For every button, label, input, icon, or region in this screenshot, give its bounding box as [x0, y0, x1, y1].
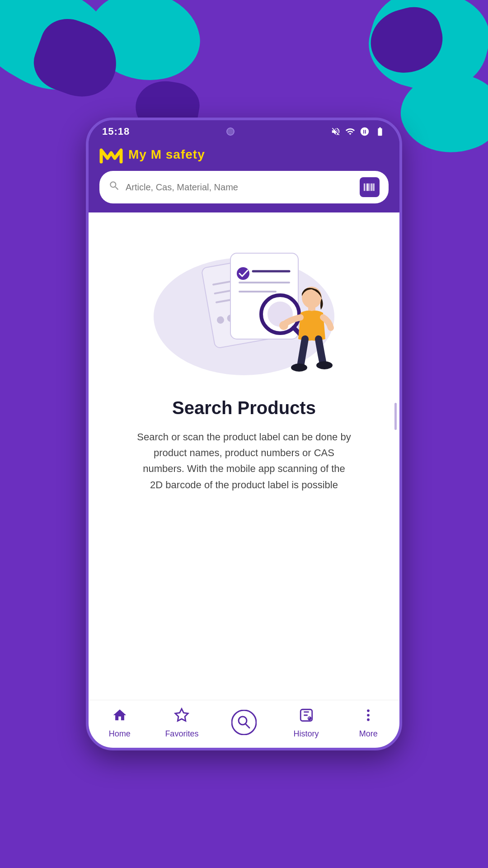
svg-point-25	[307, 717, 311, 721]
svg-point-8	[237, 267, 249, 280]
nav-label-history: History	[294, 729, 319, 739]
block-icon	[360, 127, 370, 137]
svg-point-28	[367, 718, 370, 721]
nav-item-more[interactable]: More	[346, 708, 391, 739]
barcode-scan-button[interactable]	[360, 177, 380, 197]
search-circle-icon	[231, 710, 257, 737]
nav-label-home: Home	[109, 729, 131, 739]
logo-row: My M safety	[99, 146, 389, 164]
app-logo-icon	[99, 146, 123, 164]
svg-point-26	[367, 709, 370, 712]
search-illustration	[145, 231, 343, 384]
home-icon	[112, 708, 127, 726]
camera-dot	[226, 127, 235, 136]
search-container	[89, 171, 399, 212]
scroll-indicator	[394, 403, 397, 430]
nav-item-home[interactable]: Home	[97, 708, 142, 739]
svg-point-19	[279, 321, 288, 330]
nav-item-history[interactable]: History	[284, 708, 329, 739]
star-icon	[174, 708, 189, 726]
search-products-description: Search or scan the product label can be …	[136, 429, 352, 493]
nav-label-more: More	[359, 729, 378, 739]
search-input[interactable]	[126, 182, 354, 193]
svg-point-27	[367, 714, 370, 717]
svg-point-21	[232, 710, 256, 735]
status-bar: 15:18	[89, 120, 399, 141]
more-dots-icon	[361, 708, 376, 726]
app-title: My M safety	[128, 147, 205, 162]
status-icons	[331, 127, 386, 137]
svg-marker-20	[175, 709, 188, 721]
status-time: 15:18	[102, 126, 130, 137]
battery-icon	[374, 127, 386, 137]
search-products-title: Search Products	[172, 398, 316, 418]
nav-label-favorites: Favorites	[165, 729, 198, 739]
nav-item-search[interactable]	[221, 710, 267, 737]
svg-point-18	[316, 361, 333, 369]
phone-frame: 15:18	[86, 118, 402, 750]
search-icon	[108, 180, 120, 194]
illustration-area	[102, 231, 386, 384]
mute-icon	[331, 127, 341, 137]
app-header: My M safety	[89, 141, 399, 171]
bottom-nav: Home Favorites	[89, 700, 399, 748]
svg-point-17	[291, 363, 307, 372]
main-content: Search Products Search or scan the produ…	[89, 212, 399, 700]
search-bar[interactable]	[99, 171, 389, 203]
nav-item-favorites[interactable]: Favorites	[159, 708, 204, 739]
wifi-icon	[345, 127, 355, 137]
history-icon	[299, 708, 314, 726]
